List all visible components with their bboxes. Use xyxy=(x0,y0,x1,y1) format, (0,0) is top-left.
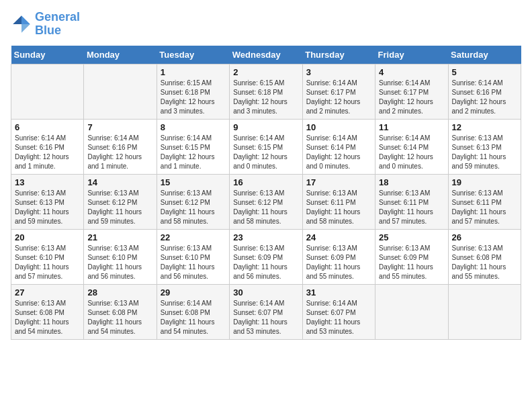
day-info: Sunrise: 6:13 AMSunset: 6:11 PMDaylight:… xyxy=(379,189,444,226)
day-info: Sunrise: 6:14 AMSunset: 6:16 PMDaylight:… xyxy=(87,134,152,171)
day-info: Sunrise: 6:15 AMSunset: 6:18 PMDaylight:… xyxy=(233,79,298,116)
calendar-cell: 15Sunrise: 6:13 AMSunset: 6:12 PMDayligh… xyxy=(157,174,229,229)
day-info: Sunrise: 6:14 AMSunset: 6:16 PMDaylight:… xyxy=(15,134,80,171)
weekday-header-wednesday: Wednesday xyxy=(230,46,302,64)
calendar-cell: 31Sunrise: 6:14 AMSunset: 6:07 PMDayligh… xyxy=(302,284,375,339)
calendar-row-4: 27Sunrise: 6:13 AMSunset: 6:08 PMDayligh… xyxy=(11,284,521,339)
calendar-cell xyxy=(84,64,157,119)
logo-icon xyxy=(11,13,32,35)
day-info: Sunrise: 6:13 AMSunset: 6:12 PMDaylight:… xyxy=(233,189,298,226)
day-info: Sunrise: 6:13 AMSunset: 6:13 PMDaylight:… xyxy=(15,189,80,226)
calendar-cell: 1Sunrise: 6:15 AMSunset: 6:18 PMDaylight… xyxy=(157,64,229,119)
day-number: 2 xyxy=(233,67,298,77)
weekday-header-thursday: Thursday xyxy=(302,46,375,64)
day-info: Sunrise: 6:14 AMSunset: 6:17 PMDaylight:… xyxy=(306,79,371,116)
day-info: Sunrise: 6:14 AMSunset: 6:07 PMDaylight:… xyxy=(306,299,371,336)
day-info: Sunrise: 6:13 AMSunset: 6:08 PMDaylight:… xyxy=(87,299,152,336)
day-number: 10 xyxy=(306,122,371,132)
calendar-cell: 16Sunrise: 6:13 AMSunset: 6:12 PMDayligh… xyxy=(230,174,302,229)
svg-marker-1 xyxy=(13,15,21,24)
day-info: Sunrise: 6:14 AMSunset: 6:16 PMDaylight:… xyxy=(452,79,517,116)
day-info: Sunrise: 6:14 AMSunset: 6:14 PMDaylight:… xyxy=(306,134,371,171)
day-info: Sunrise: 6:14 AMSunset: 6:08 PMDaylight:… xyxy=(161,299,226,336)
day-number: 9 xyxy=(233,122,298,132)
day-number: 30 xyxy=(233,287,298,298)
calendar-cell: 17Sunrise: 6:13 AMSunset: 6:11 PMDayligh… xyxy=(302,174,375,229)
day-number: 14 xyxy=(87,177,152,187)
day-number: 11 xyxy=(379,122,444,132)
day-number: 28 xyxy=(87,287,152,298)
svg-marker-0 xyxy=(21,15,30,24)
calendar-table: SundayMondayTuesdayWednesdayThursdayFrid… xyxy=(11,46,521,340)
weekday-header-saturday: Saturday xyxy=(448,46,521,64)
calendar-cell: 27Sunrise: 6:13 AMSunset: 6:08 PMDayligh… xyxy=(11,284,84,339)
calendar-cell: 21Sunrise: 6:13 AMSunset: 6:10 PMDayligh… xyxy=(84,229,157,284)
day-info: Sunrise: 6:14 AMSunset: 6:15 PMDaylight:… xyxy=(233,134,298,171)
day-info: Sunrise: 6:13 AMSunset: 6:08 PMDaylight:… xyxy=(15,299,80,336)
day-number: 17 xyxy=(306,177,371,187)
calendar-row-3: 20Sunrise: 6:13 AMSunset: 6:10 PMDayligh… xyxy=(11,229,521,284)
calendar-cell: 25Sunrise: 6:13 AMSunset: 6:09 PMDayligh… xyxy=(375,229,448,284)
day-info: Sunrise: 6:13 AMSunset: 6:11 PMDaylight:… xyxy=(452,189,517,226)
calendar-cell: 20Sunrise: 6:13 AMSunset: 6:10 PMDayligh… xyxy=(11,229,84,284)
calendar-cell: 26Sunrise: 6:13 AMSunset: 6:08 PMDayligh… xyxy=(448,229,521,284)
day-number: 25 xyxy=(379,232,444,242)
weekday-header-monday: Monday xyxy=(84,46,157,64)
calendar-cell xyxy=(448,284,521,339)
day-number: 13 xyxy=(15,177,80,187)
day-info: Sunrise: 6:13 AMSunset: 6:10 PMDaylight:… xyxy=(161,244,226,281)
calendar-cell: 5Sunrise: 6:14 AMSunset: 6:16 PMDaylight… xyxy=(448,64,521,119)
day-number: 27 xyxy=(15,287,80,298)
day-number: 23 xyxy=(233,232,298,242)
weekday-header-row: SundayMondayTuesdayWednesdayThursdayFrid… xyxy=(11,46,521,64)
day-info: Sunrise: 6:13 AMSunset: 6:10 PMDaylight:… xyxy=(87,244,152,281)
calendar-cell: 23Sunrise: 6:13 AMSunset: 6:09 PMDayligh… xyxy=(230,229,302,284)
calendar-row-1: 6Sunrise: 6:14 AMSunset: 6:16 PMDaylight… xyxy=(11,119,521,174)
day-number: 29 xyxy=(161,287,226,298)
calendar-cell: 24Sunrise: 6:13 AMSunset: 6:09 PMDayligh… xyxy=(302,229,375,284)
day-number: 24 xyxy=(306,232,371,242)
calendar-cell: 22Sunrise: 6:13 AMSunset: 6:10 PMDayligh… xyxy=(157,229,229,284)
day-info: Sunrise: 6:14 AMSunset: 6:17 PMDaylight:… xyxy=(379,79,444,116)
day-number: 5 xyxy=(452,67,517,77)
calendar-cell: 29Sunrise: 6:14 AMSunset: 6:08 PMDayligh… xyxy=(157,284,229,339)
day-info: Sunrise: 6:13 AMSunset: 6:12 PMDaylight:… xyxy=(87,189,152,226)
day-info: Sunrise: 6:15 AMSunset: 6:18 PMDaylight:… xyxy=(161,79,226,116)
day-info: Sunrise: 6:13 AMSunset: 6:09 PMDaylight:… xyxy=(379,244,444,281)
day-number: 19 xyxy=(452,177,517,187)
calendar-cell: 30Sunrise: 6:14 AMSunset: 6:07 PMDayligh… xyxy=(230,284,302,339)
calendar-cell: 19Sunrise: 6:13 AMSunset: 6:11 PMDayligh… xyxy=(448,174,521,229)
page-header: General Blue xyxy=(11,11,521,38)
day-number: 8 xyxy=(161,122,226,132)
day-info: Sunrise: 6:14 AMSunset: 6:07 PMDaylight:… xyxy=(233,299,298,336)
calendar-cell xyxy=(375,284,448,339)
calendar-cell: 13Sunrise: 6:13 AMSunset: 6:13 PMDayligh… xyxy=(11,174,84,229)
calendar-cell: 28Sunrise: 6:13 AMSunset: 6:08 PMDayligh… xyxy=(84,284,157,339)
day-info: Sunrise: 6:13 AMSunset: 6:10 PMDaylight:… xyxy=(15,244,80,281)
day-number: 6 xyxy=(15,122,80,132)
calendar-cell: 10Sunrise: 6:14 AMSunset: 6:14 PMDayligh… xyxy=(302,119,375,174)
day-number: 31 xyxy=(306,287,371,298)
day-number: 22 xyxy=(161,232,226,242)
day-info: Sunrise: 6:14 AMSunset: 6:14 PMDaylight:… xyxy=(379,134,444,171)
day-number: 1 xyxy=(161,67,226,77)
day-number: 15 xyxy=(161,177,226,187)
day-info: Sunrise: 6:13 AMSunset: 6:11 PMDaylight:… xyxy=(306,189,371,226)
calendar-cell: 12Sunrise: 6:13 AMSunset: 6:13 PMDayligh… xyxy=(448,119,521,174)
day-number: 21 xyxy=(87,232,152,242)
calendar-cell: 18Sunrise: 6:13 AMSunset: 6:11 PMDayligh… xyxy=(375,174,448,229)
day-info: Sunrise: 6:13 AMSunset: 6:12 PMDaylight:… xyxy=(161,189,226,226)
day-info: Sunrise: 6:13 AMSunset: 6:09 PMDaylight:… xyxy=(306,244,371,281)
calendar-cell: 3Sunrise: 6:14 AMSunset: 6:17 PMDaylight… xyxy=(302,64,375,119)
calendar-cell: 8Sunrise: 6:14 AMSunset: 6:15 PMDaylight… xyxy=(157,119,229,174)
calendar-cell: 14Sunrise: 6:13 AMSunset: 6:12 PMDayligh… xyxy=(84,174,157,229)
calendar-row-0: 1Sunrise: 6:15 AMSunset: 6:18 PMDaylight… xyxy=(11,64,521,119)
day-info: Sunrise: 6:13 AMSunset: 6:09 PMDaylight:… xyxy=(233,244,298,281)
logo: General Blue xyxy=(11,11,80,38)
logo-text: General Blue xyxy=(35,11,80,38)
day-info: Sunrise: 6:14 AMSunset: 6:15 PMDaylight:… xyxy=(161,134,226,171)
weekday-header-sunday: Sunday xyxy=(11,46,84,64)
weekday-header-tuesday: Tuesday xyxy=(157,46,229,64)
weekday-header-friday: Friday xyxy=(375,46,448,64)
day-number: 20 xyxy=(15,232,80,242)
